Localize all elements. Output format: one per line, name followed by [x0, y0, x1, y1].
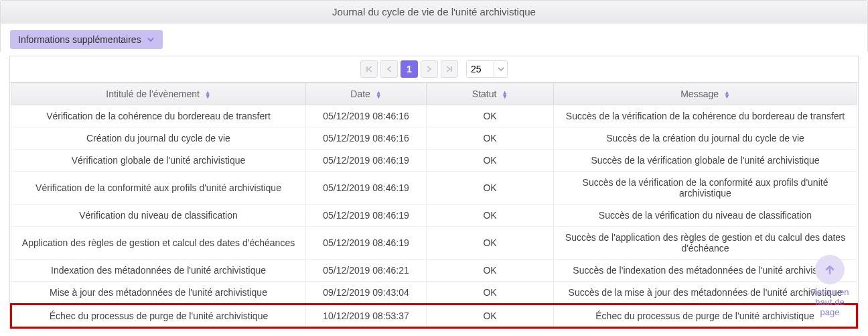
cell-event: Indexation des métadonnées de l'unité ar…	[11, 260, 306, 282]
col-message-label: Message	[680, 89, 719, 99]
panel-title: Journal du cycle de vie de l'unité archi…	[0, 0, 868, 23]
cell-event: Échec du processus de purge de l'unité a…	[11, 304, 306, 328]
extra-info-label: Informations supplémentaires	[18, 34, 141, 45]
cell-event: Création du journal du cycle de vie	[11, 127, 306, 150]
col-header-event[interactable]: Intitulé de l'évènement ▲▼	[11, 83, 306, 105]
cell-event: Vérification de la conformité aux profil…	[11, 172, 306, 205]
cell-message: Succès de la vérification globale de l'u…	[554, 150, 857, 172]
page-size-input[interactable]	[467, 61, 494, 77]
table-body: Vérification de la cohérence du borderea…	[11, 105, 857, 328]
table-row: Vérification de la cohérence du borderea…	[11, 105, 857, 127]
table-row: Vérification globale de l'unité archivis…	[11, 150, 857, 172]
sort-icon: ▲▼	[502, 91, 508, 99]
cell-event: Vérification du niveau de classification	[11, 205, 306, 227]
table-row: Vérification de la conformité aux profil…	[11, 172, 857, 205]
col-event-label: Intitulé de l'évènement	[106, 89, 200, 99]
cell-status: OK	[427, 260, 554, 282]
paginator: 1	[10, 56, 858, 82]
cell-date: 05/12/2019 08:46:19	[306, 150, 427, 172]
cell-status: OK	[427, 172, 554, 205]
cell-date: 05/12/2019 08:46:16	[306, 127, 427, 150]
cell-date: 09/12/2019 09:43:04	[306, 282, 427, 304]
page-title: Journal du cycle de vie de l'unité archi…	[332, 6, 536, 17]
back-to-top-label: Retour en haut de page	[806, 287, 853, 317]
col-date-label: Date	[350, 89, 370, 99]
prev-page-button[interactable]	[380, 60, 398, 78]
page-size-selector[interactable]	[466, 60, 508, 78]
col-header-message[interactable]: Message ▲▼	[554, 83, 857, 105]
page-number-button[interactable]: 1	[401, 60, 418, 78]
table-header-row: Intitulé de l'évènement ▲▼ Date ▲▼ Statu…	[11, 83, 857, 105]
lifecycle-table: Intitulé de l'évènement ▲▼ Date ▲▼ Statu…	[10, 82, 858, 329]
chevron-down-icon	[147, 36, 155, 44]
cell-event: Mise à jour des métadonnées de l'unité a…	[11, 282, 306, 304]
cell-event: Vérification globale de l'unité archivis…	[11, 150, 306, 172]
table-row: Création du journal du cycle de vie05/12…	[11, 127, 857, 150]
current-page-label: 1	[407, 64, 412, 74]
first-page-button[interactable]	[360, 60, 378, 78]
col-status-label: Statut	[472, 89, 497, 99]
col-header-status[interactable]: Statut ▲▼	[427, 83, 554, 105]
cell-status: OK	[427, 105, 554, 127]
cell-message: Succès de la vérification de la cohérenc…	[554, 105, 857, 127]
arrow-up-icon[interactable]	[815, 255, 845, 284]
table-container: 1 Intitulé de l'évènement ▲▼	[9, 56, 859, 329]
cell-status: OK	[427, 205, 554, 227]
cell-message: Succès de la création du journal du cycl…	[554, 127, 857, 150]
cell-status: OK	[427, 150, 554, 172]
cell-date: 10/12/2019 08:53:37	[306, 304, 427, 328]
last-page-button[interactable]	[441, 60, 458, 78]
cell-status: OK	[427, 282, 554, 304]
cell-date: 05/12/2019 08:46:16	[306, 105, 427, 127]
page-size-dropdown-icon[interactable]	[494, 61, 507, 77]
cell-message: Succès de la vérification du niveau de c…	[554, 205, 857, 227]
table-row: Mise à jour des métadonnées de l'unité a…	[11, 282, 857, 304]
sort-icon: ▲▼	[205, 91, 211, 99]
cell-status: OK	[427, 127, 554, 150]
col-header-date[interactable]: Date ▲▼	[306, 83, 427, 105]
cell-message: Succès de la vérification de la conformi…	[554, 172, 857, 205]
cell-event: Vérification de la cohérence du borderea…	[11, 105, 306, 127]
table-row: Vérification du niveau de classification…	[11, 205, 857, 227]
extra-info-button[interactable]: Informations supplémentaires	[10, 30, 163, 49]
cell-date: 05/12/2019 08:46:21	[306, 260, 427, 282]
toolbar: Informations supplémentaires	[0, 23, 868, 52]
sort-icon: ▲▼	[724, 91, 730, 99]
cell-status: OK	[427, 304, 554, 328]
table-row: Échec du processus de purge de l'unité a…	[11, 304, 857, 328]
cell-date: 05/12/2019 08:46:19	[306, 172, 427, 205]
cell-date: 05/12/2019 08:46:19	[306, 205, 427, 227]
cell-status: OK	[427, 227, 554, 260]
table-row: Indexation des métadonnées de l'unité ar…	[11, 260, 857, 282]
cell-date: 05/12/2019 08:46:19	[306, 227, 427, 260]
next-page-button[interactable]	[421, 60, 438, 78]
sort-icon: ▲▼	[376, 91, 382, 99]
cell-event: Application des règles de gestion et cal…	[11, 227, 306, 260]
back-to-top[interactable]: Retour en haut de page	[806, 255, 853, 317]
table-row: Application des règles de gestion et cal…	[11, 227, 857, 260]
